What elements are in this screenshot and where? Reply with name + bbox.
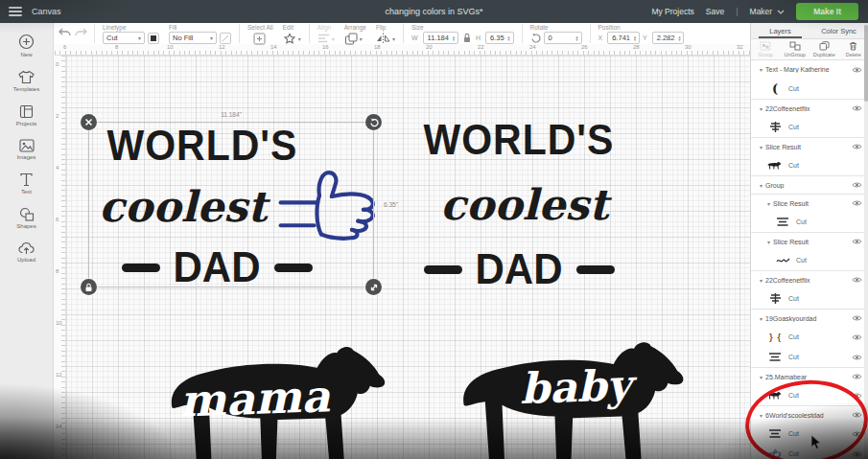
visibility-eye-icon[interactable] <box>852 373 862 380</box>
group-button[interactable]: Group <box>751 39 781 59</box>
visibility-eye-icon[interactable] <box>852 238 862 245</box>
visibility-eye-icon[interactable] <box>852 333 862 341</box>
position-y-input[interactable]: 2.282 ▲▼ <box>652 32 685 44</box>
layer-group-row[interactable]: ▾Slice Result <box>751 194 868 212</box>
my-projects-link[interactable]: My Projects <box>651 7 693 16</box>
visibility-eye-icon[interactable] <box>852 66 862 74</box>
delete-handle-icon[interactable] <box>81 114 97 130</box>
edit-dropdown[interactable]: ▾ <box>283 33 301 45</box>
sidebar-item-upload[interactable]: Upload <box>0 239 53 265</box>
disclosure-caret-icon[interactable]: ▾ <box>760 277 762 284</box>
layer-group-row[interactable]: ▾Slice Result <box>751 137 868 155</box>
disclosure-caret-icon[interactable]: ▾ <box>767 239 770 245</box>
align-dropdown[interactable]: ▾ <box>317 33 335 44</box>
sidebar-item-shapes[interactable]: Shapes <box>0 204 53 232</box>
duplicate-button[interactable]: Duplicate <box>809 39 839 59</box>
disclosure-caret-icon[interactable]: ▾ <box>760 182 762 189</box>
ungroup-button[interactable]: UnGroup <box>781 39 810 59</box>
layer-group-row[interactable]: ▾Slice Result <box>751 232 868 250</box>
lock-handle-icon[interactable] <box>81 279 97 295</box>
linetype-color-swatch[interactable] <box>148 33 159 44</box>
layer-row-cut[interactable]: Cut <box>751 424 868 444</box>
visibility-eye-icon[interactable] <box>852 392 862 400</box>
select-all-button[interactable] <box>253 33 266 45</box>
layer-group-row[interactable]: ▾Text - Mary Katherine <box>751 60 868 79</box>
edit-icon <box>283 33 296 45</box>
position-x-input[interactable]: 6.741 ▲▼ <box>607 32 640 44</box>
linetype-dropdown[interactable]: Cut▾ <box>103 32 145 44</box>
layer-row-cut[interactable]: Cut <box>751 444 868 459</box>
disclosure-caret-icon[interactable]: ▾ <box>760 412 762 419</box>
save-link[interactable]: Save <box>706 7 724 16</box>
visibility-eye-icon[interactable] <box>852 181 862 189</box>
layer-row-cut[interactable]: Cut <box>751 212 868 232</box>
rotate-input[interactable]: 0 ▲▼ <box>544 32 582 44</box>
design-canvas[interactable]: WORLD'S coolest DAD 11.184" 6.35" <box>66 56 750 459</box>
sidebar-item-label: Projects <box>16 121 37 126</box>
visibility-eye-icon[interactable] <box>852 199 862 207</box>
tab-color-sync[interactable]: Color Sync <box>809 23 868 38</box>
fill-dropdown[interactable]: No Fill▾ <box>169 32 217 44</box>
layer-row-cut[interactable]: Cut <box>751 250 868 270</box>
stepper-icon[interactable]: ▲▼ <box>633 35 637 41</box>
visibility-eye-icon[interactable] <box>852 276 862 284</box>
visibility-eye-icon[interactable] <box>852 314 862 322</box>
stepper-icon[interactable]: ▲▼ <box>575 35 579 41</box>
bear-silhouette-baby[interactable]: baby <box>454 332 709 459</box>
layer-row-cut[interactable]: Cut <box>751 385 868 405</box>
layer-group-row[interactable]: ▾22Coffeenetflix <box>751 270 868 288</box>
bear-silhouette-mama[interactable]: mama <box>162 336 410 459</box>
layer-row-cut[interactable]: (Cut <box>751 79 868 99</box>
resize-handle-icon[interactable] <box>365 279 382 295</box>
sidebar-item-images[interactable]: Images <box>0 136 53 163</box>
layer-group-row[interactable]: ▾25.Mamabear <box>751 367 868 385</box>
layer-group-row[interactable]: ▾22Coffeenetflix <box>751 99 868 117</box>
layer-group-row[interactable]: ▾Group <box>751 175 868 194</box>
visibility-eye-icon[interactable] <box>852 450 862 458</box>
undo-button[interactable] <box>59 28 71 38</box>
layer-row-cut[interactable]: } {Cut <box>751 327 868 347</box>
arrange-dropdown[interactable]: ▾ <box>344 33 363 45</box>
width-input[interactable]: 11.184 ▲▼ <box>423 32 458 44</box>
disclosure-caret-icon[interactable]: ▾ <box>760 144 762 150</box>
lock-aspect-icon[interactable] <box>462 33 472 43</box>
disclosure-caret-icon[interactable]: ▾ <box>767 200 770 207</box>
layer-row-cut[interactable]: Cut <box>751 117 868 137</box>
layer-row-cut[interactable]: Cut <box>751 347 868 367</box>
stepper-icon[interactable]: ▲▼ <box>677 35 681 41</box>
stepper-icon[interactable]: ▲▼ <box>507 35 511 41</box>
redo-button[interactable] <box>75 28 87 38</box>
menu-icon[interactable] <box>9 7 22 16</box>
disclosure-caret-icon[interactable]: ▾ <box>760 315 762 322</box>
layer-group-row[interactable]: ▾19Goaskyourdad <box>751 309 868 327</box>
select-all-control: Select All <box>243 23 278 45</box>
make-it-button[interactable]: Make It <box>796 3 858 20</box>
panel-scrollbar[interactable] <box>864 23 868 459</box>
disclosure-caret-icon[interactable]: ▾ <box>760 105 762 112</box>
visibility-eye-icon[interactable] <box>852 430 862 438</box>
disclosure-caret-icon[interactable]: ▾ <box>760 374 762 380</box>
layer-row-cut[interactable]: Cut <box>751 155 868 175</box>
layer-group-row[interactable]: ▾6World'scoolestdad <box>751 405 868 424</box>
caret-icon: ▾ <box>298 35 301 42</box>
sidebar-item-new[interactable]: New <box>0 31 53 60</box>
rotate-handle-icon[interactable] <box>365 114 382 130</box>
selection-bounding-box[interactable]: 11.184" 6.35" <box>88 122 374 287</box>
sidebar-item-projects[interactable]: Projects <box>0 102 53 129</box>
tab-layers[interactable]: Layers <box>751 23 809 38</box>
sidebar-item-text[interactable]: Text <box>0 170 53 197</box>
fill-color-swatch[interactable] <box>220 33 231 44</box>
visibility-eye-icon[interactable] <box>852 143 862 150</box>
visibility-eye-icon[interactable] <box>852 104 862 112</box>
flip-dropdown[interactable]: ▾ <box>376 33 395 44</box>
layer-name: 22Coffeenetflix <box>765 277 849 284</box>
sidebar-item-templates[interactable]: Templates <box>0 67 53 95</box>
visibility-eye-icon[interactable] <box>852 411 862 419</box>
machine-selector[interactable]: Maker <box>750 7 786 16</box>
height-input[interactable]: 6.35 ▲▼ <box>485 32 514 44</box>
visibility-eye-icon[interactable] <box>852 354 862 361</box>
stepper-icon[interactable]: ▲▼ <box>452 35 456 41</box>
disclosure-caret-icon[interactable]: ▾ <box>760 66 762 73</box>
layer-row-cut[interactable]: Cut <box>751 288 868 309</box>
design-worlds-coolest-dad[interactable]: WORLD'S coolest DAD <box>404 121 634 288</box>
